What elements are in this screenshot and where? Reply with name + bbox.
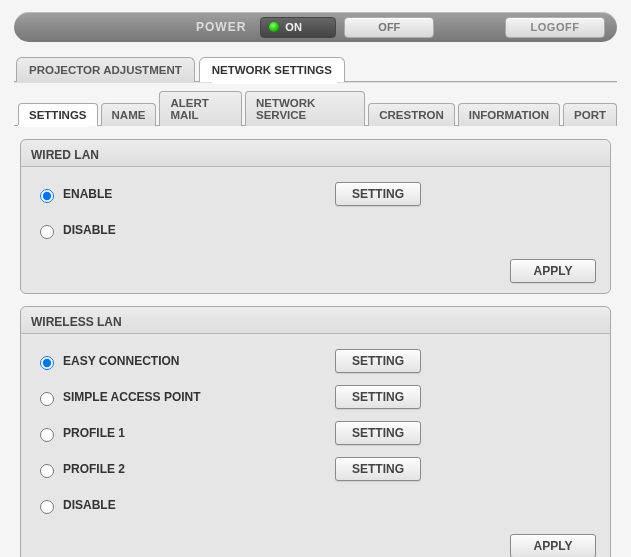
subtab-settings[interactable]: SETTINGS xyxy=(18,103,98,126)
wireless-profile1-row: PROFILE 1 SETTING xyxy=(35,418,596,448)
wired-lan-setting-button[interactable]: SETTING xyxy=(335,182,421,206)
wireless-lan-apply-button[interactable]: APPLY xyxy=(510,534,596,557)
wireless-lan-panel: WIRELESS LAN EASY CONNECTION SETTING SIM… xyxy=(20,306,611,557)
wireless-easy-label: EASY CONNECTION xyxy=(63,354,179,368)
wireless-profile2-label: PROFILE 2 xyxy=(63,462,125,476)
wireless-easy-row: EASY CONNECTION SETTING xyxy=(35,346,596,376)
wireless-disable-label: DISABLE xyxy=(63,498,116,512)
subtab-port[interactable]: PORT xyxy=(563,103,617,126)
wired-lan-panel: WIRED LAN ENABLE SETTING DISABLE APPLY xyxy=(20,139,611,294)
wireless-profile2-setting-button[interactable]: SETTING xyxy=(335,457,421,481)
tab-projector-adjustment[interactable]: PROJECTOR ADJUSTMENT xyxy=(16,57,195,82)
wireless-profile1-radio[interactable] xyxy=(40,428,54,442)
sub-tabs: SETTINGS NAME ALERT MAIL NETWORK SERVICE… xyxy=(18,90,617,125)
wired-lan-apply-button[interactable]: APPLY xyxy=(510,259,596,283)
wired-lan-enable-label: ENABLE xyxy=(63,187,112,201)
wired-lan-title: WIRED LAN xyxy=(21,140,610,167)
logoff-button[interactable]: LOGOFF xyxy=(505,17,605,38)
power-label: POWER xyxy=(196,20,246,34)
topbar: POWER ON OFF LOGOFF xyxy=(14,12,617,42)
tab-network-settings[interactable]: NETWORK SETTINGS xyxy=(199,57,345,82)
subtab-name[interactable]: NAME xyxy=(101,103,157,126)
power-on-label: ON xyxy=(285,21,302,33)
main-tabs: PROJECTOR ADJUSTMENT NETWORK SETTINGS xyxy=(16,56,617,81)
wireless-sap-radio[interactable] xyxy=(40,392,54,406)
wireless-lan-title: WIRELESS LAN xyxy=(21,307,610,334)
main-tab-active-strip xyxy=(212,82,337,84)
subtab-network-service[interactable]: NETWORK SERVICE xyxy=(245,91,365,126)
wireless-sap-label: SIMPLE ACCESS POINT xyxy=(63,390,201,404)
wireless-sap-setting-button[interactable]: SETTING xyxy=(335,385,421,409)
wireless-disable-row: DISABLE xyxy=(35,490,596,520)
wireless-profile2-radio[interactable] xyxy=(40,464,54,478)
wireless-disable-radio[interactable] xyxy=(40,500,54,514)
subtab-crestron[interactable]: CRESTRON xyxy=(368,103,455,126)
wired-lan-disable-radio[interactable] xyxy=(40,225,54,239)
wireless-easy-radio[interactable] xyxy=(40,356,54,370)
subtab-information[interactable]: INFORMATION xyxy=(458,103,560,126)
wireless-profile2-row: PROFILE 2 SETTING xyxy=(35,454,596,484)
power-on-indicator[interactable]: ON xyxy=(260,17,336,38)
power-led-icon xyxy=(269,22,279,32)
wired-lan-disable-label: DISABLE xyxy=(63,223,116,237)
wireless-easy-setting-button[interactable]: SETTING xyxy=(335,349,421,373)
wired-lan-body: ENABLE SETTING DISABLE xyxy=(21,167,610,255)
wired-lan-enable-radio[interactable] xyxy=(40,189,54,203)
wireless-sap-row: SIMPLE ACCESS POINT SETTING xyxy=(35,382,596,412)
wired-lan-enable-row: ENABLE SETTING xyxy=(35,179,596,209)
subtab-alert-mail[interactable]: ALERT MAIL xyxy=(159,91,242,126)
wired-lan-disable-row: DISABLE xyxy=(35,215,596,245)
sub-tab-active-strip xyxy=(18,125,88,127)
wireless-profile1-label: PROFILE 1 xyxy=(63,426,125,440)
wireless-lan-body: EASY CONNECTION SETTING SIMPLE ACCESS PO… xyxy=(21,334,610,530)
power-off-button[interactable]: OFF xyxy=(344,17,434,38)
wireless-profile1-setting-button[interactable]: SETTING xyxy=(335,421,421,445)
